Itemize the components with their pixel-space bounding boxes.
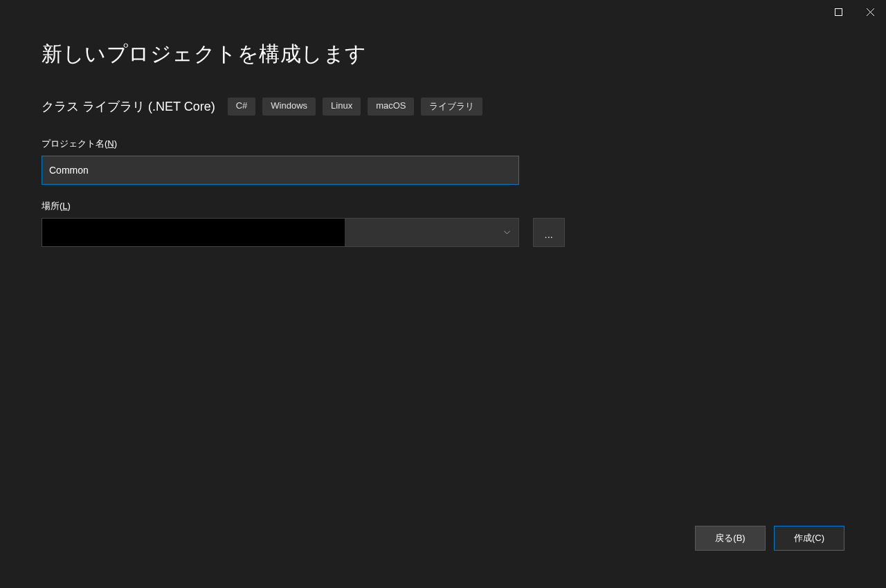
template-tags: C# Windows Linux macOS ライブラリ [228,98,483,116]
label-text-suffix: ) [114,138,117,149]
chevron-down-icon [504,231,510,235]
browse-button[interactable]: ... [533,218,565,247]
location-dropdown[interactable] [42,218,519,247]
window-controls [822,0,886,25]
label-accelerator: L [62,201,67,211]
location-row: ... [42,218,844,247]
project-name-input[interactable] [42,156,519,185]
template-info-row: クラス ライブラリ (.NET Core) C# Windows Linux m… [42,98,844,116]
footer-buttons: 戻る(B) 作成(C) [695,526,844,551]
back-button-label: 戻る(B) [715,532,745,544]
back-button[interactable]: 戻る(B) [695,526,766,551]
label-text-suffix: ) [68,201,71,211]
tag-library: ライブラリ [421,98,482,116]
tag-linux: Linux [323,98,361,116]
location-label: 場所(L) [42,200,844,212]
tag-macos: macOS [368,98,414,116]
content-area: 新しいプロジェクトを構成します クラス ライブラリ (.NET Core) C#… [0,0,886,247]
close-button[interactable] [854,0,886,25]
create-button[interactable]: 作成(C) [774,526,844,551]
label-accelerator: N [107,138,114,149]
location-redacted-area [42,219,345,246]
page-title: 新しいプロジェクトを構成します [42,40,844,68]
project-name-group: プロジェクト名(N) [42,138,844,185]
tag-csharp: C# [228,98,256,116]
maximize-icon [835,6,842,19]
create-button-label: 作成(C) [794,532,824,544]
project-name-label: プロジェクト名(N) [42,138,844,150]
location-group: 場所(L) ... [42,200,844,247]
browse-button-label: ... [545,230,553,240]
label-text: プロジェクト名( [42,138,107,149]
maximize-button[interactable] [822,0,854,25]
close-icon [867,6,874,19]
tag-windows: Windows [262,98,316,116]
template-name: クラス ライブラリ (.NET Core) [42,98,215,115]
label-text: 場所( [42,201,62,211]
svg-rect-0 [835,9,842,16]
